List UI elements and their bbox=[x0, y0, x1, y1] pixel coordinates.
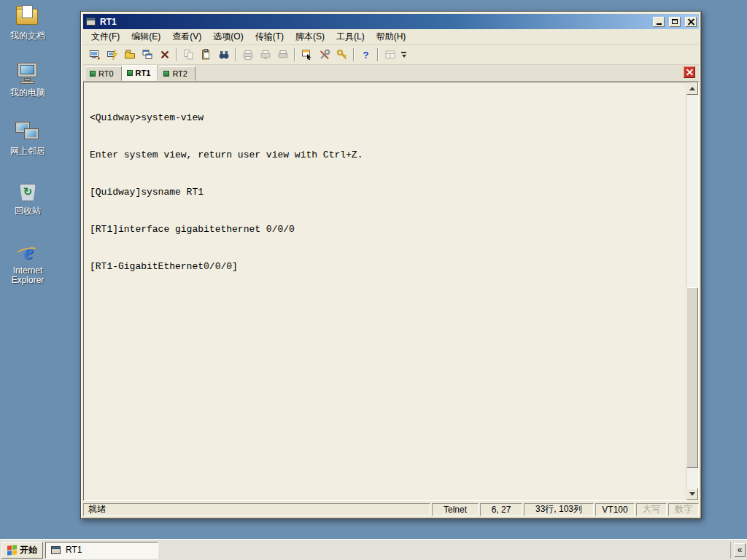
desktop-icon-recycle-bin[interactable]: ↻ 回收站 bbox=[4, 179, 51, 216]
session-status-icon bbox=[163, 71, 169, 77]
toolbar-separator bbox=[235, 48, 236, 61]
tab-label: RT2 bbox=[172, 69, 187, 78]
session-properties-icon[interactable] bbox=[298, 47, 315, 63]
taskbar-task-rt1[interactable]: RT1 bbox=[45, 542, 158, 559]
window-title: RT1 bbox=[100, 17, 649, 27]
titlebar[interactable]: RT1 bbox=[83, 14, 699, 29]
status-caps-lock: 大写 bbox=[636, 503, 667, 516]
my-computer-icon bbox=[15, 61, 41, 86]
tab-rt2[interactable]: RT2 bbox=[158, 66, 196, 81]
recycle-bin-icon: ↻ bbox=[15, 179, 41, 204]
desktop-icon-label: 网上邻居 bbox=[4, 147, 51, 156]
status-dimensions: 33行, 103列 bbox=[524, 503, 594, 516]
paste-icon[interactable] bbox=[198, 47, 214, 63]
terminal-line: <Quidway>system-view bbox=[90, 112, 680, 124]
tab-label: RT1 bbox=[136, 69, 151, 77]
terminal-line: [RT1]interface gigabitethernet 0/0/0 bbox=[90, 223, 680, 236]
desktop-icon-my-documents[interactable]: 我的文档 bbox=[4, 4, 51, 41]
my-documents-icon bbox=[15, 4, 41, 29]
session-status-icon bbox=[90, 71, 96, 77]
menu-tools[interactable]: 工具(L) bbox=[331, 29, 370, 44]
desktop-icon-label: Internet Explorer bbox=[4, 266, 51, 285]
maximize-button[interactable] bbox=[669, 17, 681, 27]
menu-bar: 文件(F) 编辑(E) 查看(V) 选项(O) 传输(T) 脚本(S) 工具(L… bbox=[83, 29, 699, 45]
terminal-screen[interactable]: <Quidway>system-view Enter system view, … bbox=[84, 82, 686, 500]
arrow-down-icon bbox=[689, 492, 695, 496]
scrollbar-track[interactable] bbox=[686, 95, 698, 488]
disconnect-icon[interactable] bbox=[156, 47, 173, 63]
clone-session-icon[interactable] bbox=[139, 47, 155, 63]
tab-rt0[interactable]: RT0 bbox=[85, 66, 122, 81]
tab-label: RT0 bbox=[98, 69, 114, 78]
status-emulation: VT100 bbox=[595, 503, 635, 516]
desktop-icon-label: 回收站 bbox=[4, 206, 51, 216]
connect-icon[interactable] bbox=[86, 47, 103, 63]
windows-logo-icon bbox=[7, 545, 17, 555]
menu-options[interactable]: 选项(O) bbox=[208, 29, 248, 44]
status-protocol: Telnet bbox=[432, 503, 479, 516]
taskbar: 开始 RT1 « bbox=[0, 539, 747, 560]
session-tab-bar: RT0 RT1 RT2 bbox=[83, 65, 699, 82]
toolbar-overflow-icon[interactable] bbox=[399, 47, 409, 63]
scroll-down-button[interactable] bbox=[686, 488, 698, 500]
session-manager-icon[interactable] bbox=[121, 47, 138, 63]
menu-view[interactable]: 查看(V) bbox=[167, 29, 206, 44]
terminal-line: Enter system view, return user view with… bbox=[90, 149, 680, 161]
scroll-up-button[interactable] bbox=[686, 82, 698, 95]
help-icon[interactable]: ? bbox=[357, 47, 374, 63]
menu-file[interactable]: 文件(F) bbox=[86, 29, 125, 44]
close-button[interactable] bbox=[685, 17, 697, 27]
internet-explorer-icon: e bbox=[15, 239, 41, 264]
menu-transfer[interactable]: 传输(T) bbox=[250, 29, 289, 44]
task-label: RT1 bbox=[66, 545, 82, 555]
tab-rt1[interactable]: RT1 bbox=[122, 65, 159, 81]
status-ready: 就绪 bbox=[83, 503, 430, 516]
toolbar: ? bbox=[83, 45, 699, 65]
keygen-icon[interactable] bbox=[333, 47, 350, 63]
scrollbar-thumb[interactable] bbox=[686, 287, 698, 468]
desktop-icon-network-places[interactable]: 网上邻居 bbox=[4, 120, 51, 156]
desktop-icon-internet-explorer[interactable]: e Internet Explorer bbox=[4, 239, 51, 285]
terminal-area: <Quidway>system-view Enter system view, … bbox=[83, 82, 699, 501]
close-icon bbox=[686, 69, 693, 76]
toolbar-separator bbox=[377, 48, 379, 61]
tray-chevron-icon[interactable]: « bbox=[734, 543, 746, 557]
quick-connect-icon[interactable] bbox=[104, 47, 120, 63]
network-places-icon bbox=[15, 120, 41, 144]
start-button[interactable]: 开始 bbox=[1, 542, 43, 559]
start-label: 开始 bbox=[20, 544, 37, 556]
maximize-icon bbox=[672, 19, 678, 24]
toolbar-separator bbox=[294, 48, 295, 61]
minimize-icon bbox=[657, 23, 662, 25]
tab-view-icon[interactable] bbox=[382, 47, 398, 63]
toolbar-separator bbox=[176, 48, 177, 61]
close-icon bbox=[688, 18, 694, 25]
send-file-icon[interactable] bbox=[239, 47, 256, 63]
minimize-button[interactable] bbox=[653, 17, 665, 27]
print-icon[interactable] bbox=[274, 47, 291, 63]
terminal-window: RT1 文件(F) 编辑(E) 查看(V) 选项(O) 传输(T) 脚本(S) … bbox=[80, 11, 702, 519]
global-options-icon[interactable] bbox=[316, 47, 333, 63]
toolbar-separator bbox=[353, 48, 355, 61]
receive-file-icon[interactable] bbox=[257, 47, 274, 63]
status-cursor-position: 6, 27 bbox=[480, 503, 522, 516]
find-icon[interactable] bbox=[215, 47, 232, 63]
status-num-lock: 数字 bbox=[668, 503, 699, 516]
terminal-line: [Quidway]sysname RT1 bbox=[90, 186, 680, 198]
arrow-up-icon bbox=[689, 87, 695, 90]
terminal-line: [RT1-GigabitEthernet0/0/0] bbox=[90, 260, 680, 273]
menu-edit[interactable]: 编辑(E) bbox=[126, 29, 166, 44]
system-tray: « bbox=[730, 542, 746, 559]
window-icon bbox=[50, 545, 62, 555]
desktop-icon-my-computer[interactable]: 我的电脑 bbox=[4, 61, 51, 98]
session-status-icon bbox=[127, 70, 133, 76]
desktop-icon-label: 我的文档 bbox=[4, 31, 51, 41]
status-bar: 就绪 Telnet 6, 27 33行, 103列 VT100 大写 数字 bbox=[83, 501, 699, 516]
menu-help[interactable]: 帮助(H) bbox=[371, 29, 411, 44]
copy-icon[interactable] bbox=[180, 47, 197, 63]
window-icon bbox=[85, 17, 97, 27]
vertical-scrollbar[interactable] bbox=[686, 82, 698, 500]
desktop-icon-label: 我的电脑 bbox=[4, 88, 51, 98]
menu-script[interactable]: 脚本(S) bbox=[290, 29, 330, 44]
close-tab-button[interactable] bbox=[684, 66, 695, 78]
